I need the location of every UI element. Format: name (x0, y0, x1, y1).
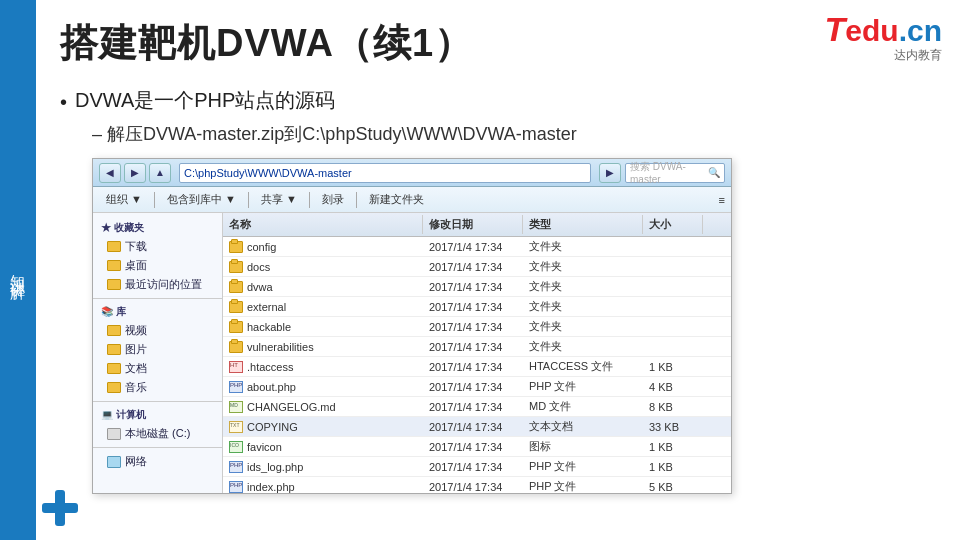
file-cell-size: 1 KB (643, 458, 703, 475)
share-button[interactable]: 共享 ▼ (254, 190, 304, 209)
file-cell-name: hackable (223, 318, 423, 335)
titlebar-nav: ◀ ▶ ▲ (99, 163, 171, 183)
file-cell-size: 1 KB (643, 438, 703, 455)
organize-button[interactable]: 组织 ▼ (99, 190, 149, 209)
bottom-icon (42, 490, 78, 526)
folder-icon-download (107, 241, 121, 252)
table-row[interactable]: dvwa 2017/1/4 17:34 文件夹 (223, 277, 731, 297)
nav-item-download[interactable]: 下载 (93, 237, 222, 256)
file-cell-name: PHP index.php (223, 478, 423, 493)
nav-item-music[interactable]: 音乐 (93, 378, 222, 397)
table-row[interactable]: hackable 2017/1/4 17:34 文件夹 (223, 317, 731, 337)
address-bar[interactable]: C:\phpStudy\WWW\DVWA-master (179, 163, 591, 183)
folder-icon-music (107, 382, 121, 393)
folder-icon-desktop (107, 260, 121, 271)
table-row[interactable]: config 2017/1/4 17:34 文件夹 (223, 237, 731, 257)
table-row[interactable]: PHP about.php 2017/1/4 17:34 PHP 文件 4 KB (223, 377, 731, 397)
address-go-button[interactable]: ▶ (599, 163, 621, 183)
file-cell-size (643, 278, 703, 295)
file-cell-type: 文件夹 (523, 338, 643, 355)
new-folder-button[interactable]: 新建文件夹 (362, 190, 431, 209)
forward-button[interactable]: ▶ (124, 163, 146, 183)
nav-section-favorites: ★ 收藏夹 下载 桌面 最近访问的位置 (93, 219, 222, 294)
file-cell-size: 33 KB (643, 418, 703, 435)
nav-item-pictures[interactable]: 图片 (93, 340, 222, 359)
file-icon: TXT (229, 421, 243, 433)
file-cell-name: dvwa (223, 278, 423, 295)
folder-icon-video (107, 325, 121, 336)
file-cell-name: PHP ids_log.php (223, 458, 423, 475)
file-cell-name: MD CHANGELOG.md (223, 398, 423, 415)
toolbar-sep-1 (154, 192, 155, 208)
file-cell-size: 1 KB (643, 358, 703, 375)
file-rows-container: config 2017/1/4 17:34 文件夹 docs 2017/1/4 … (223, 237, 731, 493)
file-cell-name: PHP about.php (223, 378, 423, 395)
file-name: .htaccess (247, 361, 293, 373)
col-name[interactable]: 名称 (223, 215, 423, 234)
sub-bullet-1: – 解压DVWA-master.zip到C:\phpStudy\WWW\DVWA… (92, 122, 930, 146)
nav-item-local-disk[interactable]: 本地磁盘 (C:) (93, 424, 222, 443)
file-icon (229, 241, 243, 253)
file-name: ids_log.php (247, 461, 303, 473)
sub-bullet-text-1: – 解压DVWA-master.zip到C:\phpStudy\WWW\DVWA… (92, 122, 577, 146)
file-name: hackable (247, 321, 291, 333)
file-cell-type: 文件夹 (523, 278, 643, 295)
file-cell-type: 图标 (523, 438, 643, 455)
toolbar-sep-2 (248, 192, 249, 208)
main-content: 搭建靶机DVWA（续1） • DVWA是一个PHP站点的源码 – 解压DVWA-… (36, 0, 960, 540)
table-row[interactable]: PHP index.php 2017/1/4 17:34 PHP 文件 5 KB (223, 477, 731, 493)
file-cell-size: 5 KB (643, 478, 703, 493)
nav-item-recent[interactable]: 最近访问的位置 (93, 275, 222, 294)
file-icon: PHP (229, 481, 243, 493)
search-bar[interactable]: 搜索 DVWA-master 🔍 (625, 163, 725, 183)
file-cell-size (643, 338, 703, 355)
file-name: index.php (247, 481, 295, 493)
view-toggle: ≡ (719, 194, 725, 206)
file-icon: PHP (229, 461, 243, 473)
folder-icon-recent (107, 279, 121, 290)
col-type[interactable]: 类型 (523, 215, 643, 234)
burn-button[interactable]: 刻录 (315, 190, 351, 209)
toolbar-sep-4 (356, 192, 357, 208)
nav-item-docs[interactable]: 文档 (93, 359, 222, 378)
table-row[interactable]: PHP ids_log.php 2017/1/4 17:34 PHP 文件 1 … (223, 457, 731, 477)
plus-vertical (55, 490, 65, 526)
nav-section-computer: 💻 计算机 本地磁盘 (C:) (93, 406, 222, 443)
nav-item-network[interactable]: 网络 (93, 452, 222, 471)
file-name: dvwa (247, 281, 273, 293)
col-date[interactable]: 修改日期 (423, 215, 523, 234)
nav-item-desktop[interactable]: 桌面 (93, 256, 222, 275)
file-cell-name: ICO favicon (223, 438, 423, 455)
table-row[interactable]: TXT COPYING 2017/1/4 17:34 文本文档 33 KB (223, 417, 731, 437)
table-row[interactable]: HT .htaccess 2017/1/4 17:34 HTACCESS 文件 … (223, 357, 731, 377)
file-icon: MD (229, 401, 243, 413)
nav-divider-2 (93, 401, 222, 402)
file-cell-date: 2017/1/4 17:34 (423, 278, 523, 295)
table-row[interactable]: ICO favicon 2017/1/4 17:34 图标 1 KB (223, 437, 731, 457)
file-cell-date: 2017/1/4 17:34 (423, 318, 523, 335)
table-row[interactable]: docs 2017/1/4 17:34 文件夹 (223, 257, 731, 277)
file-icon (229, 281, 243, 293)
table-row[interactable]: external 2017/1/4 17:34 文件夹 (223, 297, 731, 317)
file-name: external (247, 301, 286, 313)
up-button[interactable]: ▲ (149, 163, 171, 183)
file-list-container: ★ 收藏夹 下载 桌面 最近访问的位置 📚 库 视频 图片 文档 音乐 💻 计算… (93, 213, 731, 493)
table-row[interactable]: vulnerabilities 2017/1/4 17:34 文件夹 (223, 337, 731, 357)
window-toolbar: 组织 ▼ 包含到库中 ▼ 共享 ▼ 刻录 新建文件夹 ≡ (93, 187, 731, 213)
file-cell-date: 2017/1/4 17:34 (423, 238, 523, 255)
back-button[interactable]: ◀ (99, 163, 121, 183)
table-row[interactable]: MD CHANGELOG.md 2017/1/4 17:34 MD 文件 8 K… (223, 397, 731, 417)
nav-section-network: 网络 (93, 452, 222, 471)
file-cell-date: 2017/1/4 17:34 (423, 358, 523, 375)
nav-item-video[interactable]: 视频 (93, 321, 222, 340)
file-list-header: 名称 修改日期 类型 大小 (223, 213, 731, 237)
include-in-library-button[interactable]: 包含到库中 ▼ (160, 190, 243, 209)
file-cell-name: vulnerabilities (223, 338, 423, 355)
col-size[interactable]: 大小 (643, 215, 703, 234)
file-cell-size (643, 298, 703, 315)
file-cell-date: 2017/1/4 17:34 (423, 458, 523, 475)
explorer-window: ◀ ▶ ▲ C:\phpStudy\WWW\DVWA-master ▶ 搜索 D… (92, 158, 732, 494)
favorites-title: ★ 收藏夹 (93, 219, 222, 237)
nav-divider-3 (93, 447, 222, 448)
file-icon: PHP (229, 381, 243, 393)
